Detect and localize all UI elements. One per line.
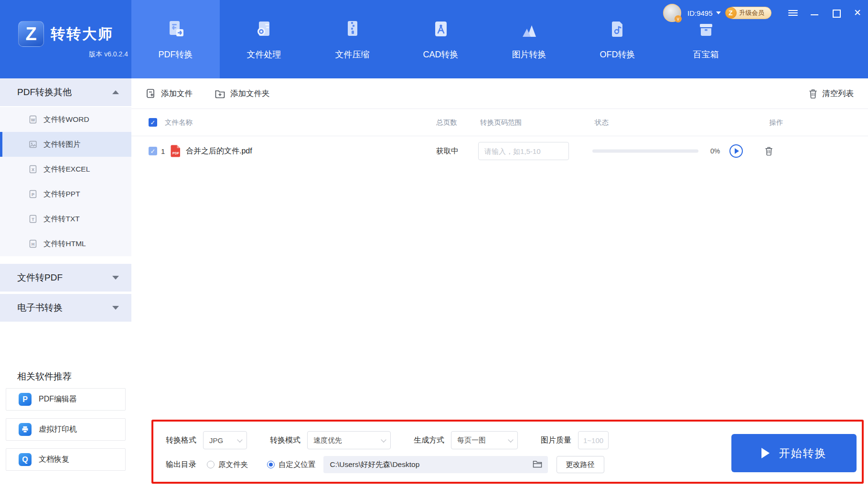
file-compress-icon — [341, 19, 364, 42]
tab-pdf-convert[interactable]: PDF转换 — [131, 0, 220, 78]
expand-icon — [112, 276, 119, 280]
section-pdf-convert-other[interactable]: PDF转换其他 — [0, 78, 131, 107]
recommend-doc-recovery[interactable]: Q 文档恢复 — [6, 448, 126, 471]
tab-image-convert[interactable]: 图片转换 — [485, 0, 573, 78]
mode-select[interactable]: 速度优先 — [307, 431, 391, 449]
sidebar-item-to-image[interactable]: 文件转图片 — [0, 132, 131, 157]
chevron-down-icon[interactable] — [716, 11, 721, 14]
generate-select[interactable]: 每页一图 — [451, 431, 518, 449]
tab-file-compress[interactable]: 文件压缩 — [308, 0, 396, 78]
recommend-virtual-printer[interactable]: 虚拟打印机 — [6, 418, 126, 441]
section-ebook-convert[interactable]: 电子书转换 — [0, 294, 131, 323]
file-toolbar: 添加文件 添加文件夹 清空列表 — [131, 78, 868, 109]
user-id[interactable]: ID:9495 — [687, 9, 713, 17]
add-folder-label: 添加文件夹 — [230, 88, 270, 99]
minimize-button[interactable] — [810, 9, 819, 17]
start-convert-button[interactable]: 开始转换 — [731, 434, 857, 472]
table-row: ✓ 1 PDF 合并之后的文件.pdf 获取中 0% — [131, 136, 868, 166]
tab-label: OFD转换 — [600, 49, 635, 60]
col-name: 文件名称 — [165, 118, 193, 127]
add-folder-button[interactable]: 添加文件夹 — [214, 88, 270, 99]
add-file-button[interactable]: 添加文件 — [146, 88, 193, 99]
window-controls: ✕ — [788, 9, 862, 17]
tab-label: 文件压缩 — [335, 49, 370, 60]
maximize-button[interactable] — [831, 9, 841, 17]
svg-text:H: H — [32, 242, 35, 247]
change-path-button[interactable]: 更改路径 — [557, 456, 604, 473]
tab-label: 文件处理 — [247, 49, 281, 60]
start-row-convert-button[interactable] — [729, 144, 743, 158]
recommend-label: PDF编辑器 — [39, 394, 77, 404]
app-window: Z 转转大师 版本 v6.0.2.4 PDF转换 — [0, 0, 868, 488]
row-checkbox[interactable]: ✓ — [149, 147, 157, 155]
table-header: ✓ 文件名称 总页数 转换页码范围 状态 操作 — [131, 109, 868, 136]
output-path-field[interactable]: C:\Users\好好先森\Desktop — [323, 456, 548, 473]
clear-list-label: 清空列表 — [822, 88, 854, 99]
delete-row-icon[interactable] — [765, 147, 773, 156]
radio-custom-location[interactable]: 自定义位置 — [267, 460, 316, 470]
sidebar-item-to-html[interactable]: H 文件转HTML — [0, 231, 131, 256]
section-file-to-pdf[interactable]: 文件转PDF — [0, 264, 131, 293]
svg-text:X: X — [32, 167, 34, 172]
col-pages: 总页数 — [436, 118, 457, 127]
col-status: 状态 — [595, 118, 609, 127]
tab-ofd-convert[interactable]: OFD转换 — [573, 0, 662, 78]
radio-custom-label: 自定义位置 — [279, 460, 316, 470]
start-convert-label: 开始转换 — [779, 446, 827, 461]
add-file-label: 添加文件 — [161, 88, 193, 99]
mode-value: 速度优先 — [313, 436, 342, 445]
tab-label: CAD转换 — [423, 49, 458, 60]
tab-label: 图片转换 — [512, 49, 547, 60]
doc-recovery-app-icon: Q — [19, 453, 32, 466]
generate-value: 每页一图 — [457, 436, 486, 445]
svg-text:P: P — [32, 192, 34, 197]
close-button[interactable]: ✕ — [853, 9, 862, 17]
menu-icon[interactable] — [788, 9, 798, 17]
clear-list-button[interactable]: 清空列表 — [809, 88, 854, 99]
upgrade-label: 升级会员 — [739, 9, 764, 17]
topbar: Z 转转大师 版本 v6.0.2.4 PDF转换 — [0, 0, 868, 78]
quality-input[interactable] — [578, 431, 609, 449]
radio-source-folder[interactable]: 原文件夹 — [207, 460, 248, 470]
output-label: 输出目录 — [166, 460, 196, 470]
radio-checked-icon — [267, 461, 275, 468]
progress-percent: 0% — [710, 147, 720, 155]
play-icon — [761, 448, 770, 458]
sidebar-item-to-excel[interactable]: X 文件转EXCEL — [0, 157, 131, 182]
format-value: JPG — [209, 436, 223, 445]
avatar[interactable] — [663, 4, 681, 22]
sidebar-item-to-txt[interactable]: T 文件转TXT — [0, 206, 131, 231]
add-folder-icon — [214, 88, 225, 99]
trash-icon — [809, 89, 817, 98]
recommend-pdf-editor[interactable]: P PDF编辑器 — [6, 388, 126, 411]
sidebar-item-label: 文件转WORD — [43, 115, 89, 125]
main-nav: PDF转换 文件处理 — [131, 0, 750, 78]
section-label: 文件转PDF — [17, 271, 63, 284]
svg-text:W: W — [31, 118, 35, 122]
pdf-editor-app-icon: P — [19, 393, 32, 406]
chevron-down-icon — [381, 437, 386, 442]
cad-convert-icon — [429, 19, 452, 42]
printer-app-icon — [19, 423, 32, 436]
add-file-icon — [146, 88, 156, 99]
vip-coin-icon: Z — [725, 7, 737, 19]
select-all-checkbox[interactable]: ✓ — [149, 118, 157, 127]
collapse-icon — [112, 90, 119, 94]
upgrade-member-button[interactable]: Z 升级会员 — [727, 7, 772, 19]
txt-doc-icon: T — [29, 215, 37, 223]
html-doc-icon: H — [29, 239, 37, 248]
format-select[interactable]: JPG — [203, 431, 247, 449]
sidebar-item-to-ppt[interactable]: P 文件转PPT — [0, 182, 131, 206]
radio-icon — [207, 461, 214, 468]
folder-icon[interactable] — [533, 460, 542, 468]
page-range-input[interactable] — [478, 142, 569, 160]
sidebar-item-to-word[interactable]: W 文件转WORD — [0, 107, 131, 132]
tab-cad-convert[interactable]: CAD转换 — [396, 0, 485, 78]
conversion-settings-panel: 转换格式 JPG 转换模式 速度优先 生成方式 每页一图 图片质量 — [151, 420, 864, 484]
user-area: ID:9495 Z 升级会员 — [663, 4, 772, 22]
app-logo-icon: Z — [18, 21, 44, 47]
play-icon — [735, 148, 739, 154]
tab-file-process[interactable]: 文件处理 — [220, 0, 308, 78]
recommend-section: 相关软件推荐 P PDF编辑器 虚拟打印机 Q 文档恢复 — [0, 365, 131, 478]
tab-label: 百宝箱 — [693, 49, 719, 60]
